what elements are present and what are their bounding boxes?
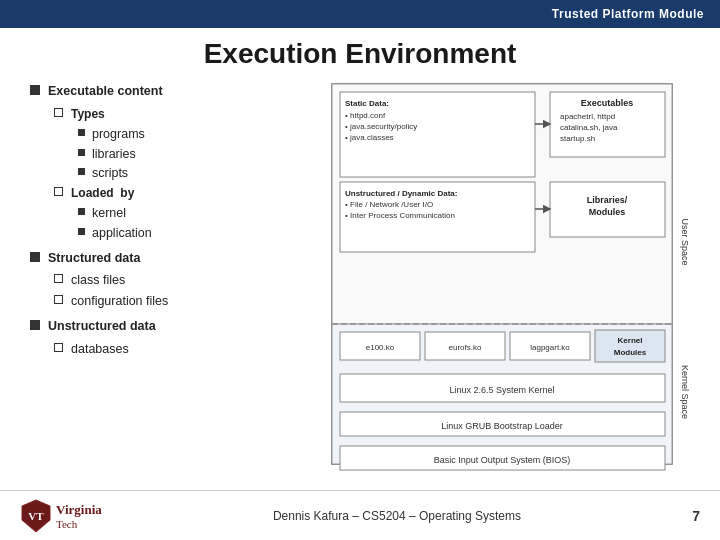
page-number: 7 xyxy=(692,508,700,524)
bullet-icon xyxy=(78,228,85,235)
list-item: kernel xyxy=(78,204,320,223)
diagram-column: User Space Kernel Space Executables apac… xyxy=(330,82,700,480)
kernel-modules-label2: Modules xyxy=(614,348,647,357)
logo: VT Virginia Tech xyxy=(20,498,102,534)
list-item: Unstructured data xyxy=(30,317,320,336)
bullet-icon xyxy=(78,149,85,156)
bullet-icon xyxy=(30,252,40,262)
list-item: scripts xyxy=(78,164,320,183)
vt-logo-icon: VT xyxy=(20,498,52,534)
list-item: Structured data xyxy=(30,249,320,268)
kernel-modules-label: Kernel xyxy=(618,336,643,345)
static-item2: • java.security/policy xyxy=(345,122,417,131)
list-item: configuration files xyxy=(54,292,320,311)
executable-item1: apachetrl, httpd xyxy=(560,112,615,121)
list-item: programs xyxy=(78,125,320,144)
bullet-text: libraries xyxy=(92,145,136,164)
linux-kernel-label: Linux 2.6.5 System Kernel xyxy=(449,385,554,395)
bullet-text: kernel xyxy=(92,204,126,223)
bullet-icon xyxy=(78,208,85,215)
bullet-icon xyxy=(78,129,85,136)
unstructured-item2: • Inter Process Communication xyxy=(345,211,455,220)
bullet-text: databases xyxy=(71,340,129,359)
header-bar: Trusted Platform Module xyxy=(0,0,720,28)
list-item: Loaded by xyxy=(54,184,320,202)
slide: Trusted Platform Module Execution Enviro… xyxy=(0,0,720,540)
grub-label: Linux GRUB Bootstrap Loader xyxy=(441,421,563,431)
footer: VT Virginia Tech Dennis Kafura – CS5204 … xyxy=(0,490,720,540)
bullet-icon xyxy=(54,187,63,196)
modules-label: Modules xyxy=(589,207,626,217)
diagram-svg: User Space Kernel Space Executables apac… xyxy=(330,82,700,472)
bullet-icon xyxy=(54,274,63,283)
bullet-text: application xyxy=(92,224,152,243)
unstructured-label: Unstructured / Dynamic Data: xyxy=(345,189,457,198)
executable-item3: startup.sh xyxy=(560,134,595,143)
bullet-text: Types xyxy=(71,105,105,123)
logo-text: Virginia Tech xyxy=(56,502,102,530)
bullet-icon xyxy=(54,343,63,352)
user-space-label: User Space xyxy=(680,218,690,265)
bullet-icon xyxy=(30,320,40,330)
bullet-text: Executable content xyxy=(48,82,163,101)
bullet-icon xyxy=(30,85,40,95)
text-column: Executable content Types programs librar… xyxy=(30,82,320,480)
list-item: application xyxy=(78,224,320,243)
bullet-icon xyxy=(78,168,85,175)
unstructured-item1: • File / Network /User I/O xyxy=(345,200,433,209)
eurofs-label: eurofs.ko xyxy=(449,343,482,352)
list-item: Types xyxy=(54,105,320,123)
list-item: class files xyxy=(54,271,320,290)
bullet-icon xyxy=(54,108,63,117)
list-item: databases xyxy=(54,340,320,359)
header-title: Trusted Platform Module xyxy=(552,7,704,21)
tech-text: Tech xyxy=(56,518,102,530)
static-item3: • java.classes xyxy=(345,133,394,142)
static-item1: • httpd.conf xyxy=(345,111,386,120)
page-title: Execution Environment xyxy=(30,38,690,70)
virginia-text: Virginia xyxy=(56,502,102,518)
executable-item2: catalina.sh, java xyxy=(560,123,618,132)
main-content: Execution Environment Executable content… xyxy=(0,28,720,490)
static-data-label: Static Data: xyxy=(345,99,389,108)
footer-center-text: Dennis Kafura – CS5204 – Operating Syste… xyxy=(273,509,521,523)
bullet-icon xyxy=(54,295,63,304)
bullet-text: configuration files xyxy=(71,292,168,311)
list-item: Executable content xyxy=(30,82,320,101)
lagpgart-label: lagpgart.ko xyxy=(530,343,570,352)
bullet-text: Unstructured data xyxy=(48,317,156,336)
libraries-label: Libraries/ xyxy=(587,195,628,205)
bullet-text: class files xyxy=(71,271,125,290)
e100-label: e100.ko xyxy=(366,343,395,352)
executables-label: Executables xyxy=(581,98,634,108)
bullet-text: programs xyxy=(92,125,145,144)
kernel-space-label: Kernel Space xyxy=(680,365,690,419)
bios-label: Basic Input Output System (BIOS) xyxy=(434,455,571,465)
bullet-text: Structured data xyxy=(48,249,140,268)
svg-text:VT: VT xyxy=(28,510,44,522)
bullet-text: Loaded by xyxy=(71,184,134,202)
content-area: Executable content Types programs librar… xyxy=(30,82,690,480)
bullet-text: scripts xyxy=(92,164,128,183)
svg-rect-12 xyxy=(595,330,665,362)
list-item: libraries xyxy=(78,145,320,164)
